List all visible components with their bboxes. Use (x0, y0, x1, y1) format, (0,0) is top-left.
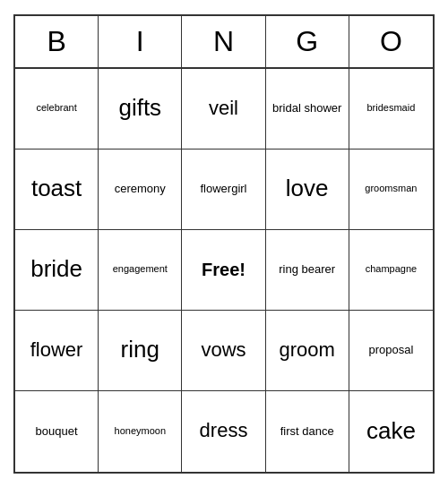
bingo-cell: bridesmaid (349, 69, 433, 150)
bingo-cell: toast (15, 150, 99, 230)
bingo-cell: bride (15, 230, 99, 311)
bingo-cell: gifts (99, 69, 182, 150)
bingo-cell: ring bearer (266, 230, 349, 311)
bingo-cell: love (266, 150, 349, 230)
bingo-cell: proposal (349, 311, 433, 391)
bingo-cell: groom (266, 311, 349, 391)
header-letter: I (99, 16, 182, 67)
bingo-card: BINGO celebrantgiftsveilbridal showerbri… (13, 14, 435, 474)
bingo-cell: veil (182, 69, 265, 150)
bingo-cell: groomsman (349, 150, 433, 230)
bingo-cell: ceremony (99, 150, 182, 230)
bingo-cell: honeymoon (99, 391, 182, 472)
bingo-cell: Free! (182, 230, 265, 311)
header-letter: B (15, 16, 99, 67)
bingo-cell: bridal shower (266, 69, 349, 150)
bingo-grid: celebrantgiftsveilbridal showerbridesmai… (15, 69, 433, 472)
bingo-cell: vows (182, 311, 265, 391)
bingo-cell: dress (182, 391, 265, 472)
bingo-cell: flower (15, 311, 99, 391)
bingo-cell: cake (349, 391, 433, 472)
bingo-cell: champagne (349, 230, 433, 311)
bingo-cell: ring (99, 311, 182, 391)
header-letter: N (182, 16, 265, 67)
header-letter: O (349, 16, 433, 67)
header-letter: G (266, 16, 349, 67)
bingo-cell: bouquet (15, 391, 99, 472)
bingo-cell: engagement (99, 230, 182, 311)
bingo-cell: first dance (266, 391, 349, 472)
bingo-cell: celebrant (15, 69, 99, 150)
bingo-header: BINGO (15, 16, 433, 69)
bingo-cell: flowergirl (182, 150, 265, 230)
